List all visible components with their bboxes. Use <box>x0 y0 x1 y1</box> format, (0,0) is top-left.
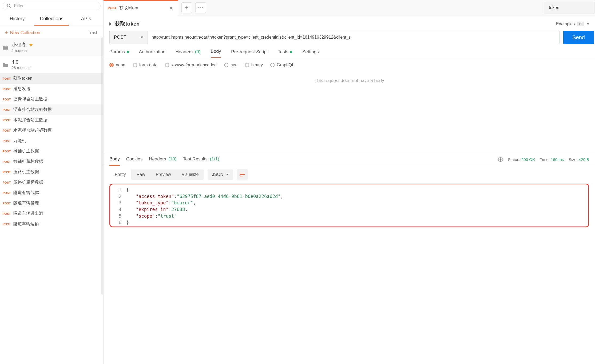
request-name: 获取token <box>115 20 140 27</box>
scrollbar[interactable] <box>101 37 103 295</box>
request-item[interactable]: POST获取token <box>0 73 103 84</box>
tab-method-badge: POST <box>108 6 117 10</box>
request-method-badge: POST <box>3 129 12 132</box>
send-button[interactable]: Send <box>563 31 594 44</box>
response-tab-headers[interactable]: Headers (10) <box>149 153 176 166</box>
examples-count: 0 <box>577 22 584 26</box>
size-label: Size: <box>569 157 577 162</box>
view-visualize[interactable]: Visualize <box>176 169 204 180</box>
tab-options-button[interactable]: ⋯ <box>195 2 206 13</box>
http-method-label: POST <box>114 35 126 40</box>
new-collection-button[interactable]: + New Collection <box>5 30 40 36</box>
request-title: 万能机 <box>13 138 26 144</box>
response-tab-body[interactable]: Body <box>109 153 120 166</box>
body-type-binary[interactable]: binary <box>245 63 263 67</box>
response-tab-tests[interactable]: Test Results (1/1) <box>183 153 219 166</box>
request-method-badge: POST <box>3 98 12 101</box>
request-item[interactable]: POST隧道有害气体 <box>0 188 103 198</box>
radio-icon <box>165 63 169 67</box>
body-type-raw[interactable]: raw <box>224 63 237 67</box>
tab-prerequest[interactable]: Pre-request Script <box>231 49 268 58</box>
request-method-badge: POST <box>3 171 12 174</box>
http-method-selector[interactable]: POST <box>109 31 148 44</box>
chevron-down-icon: ▾ <box>587 21 589 26</box>
request-item[interactable]: POST摊铺机主数据 <box>0 146 103 156</box>
request-title: 水泥拌合站主数据 <box>13 117 47 123</box>
request-item[interactable]: POST消息发送 <box>0 84 103 94</box>
request-method-badge: POST <box>3 202 12 205</box>
response-tabs-row: Body Cookies Headers (10) Test Results (… <box>104 153 595 166</box>
url-input[interactable] <box>148 31 560 44</box>
tab-title: 获取token <box>119 5 169 11</box>
tab-authorization[interactable]: Authorization <box>139 49 165 58</box>
collection-header[interactable]: 小程序★ 1 request <box>0 38 103 56</box>
tab-history[interactable]: History <box>0 12 34 26</box>
tab-tests[interactable]: Tests <box>278 49 292 58</box>
view-pretty[interactable]: Pretty <box>109 169 131 180</box>
request-method-badge: POST <box>3 77 12 80</box>
tab-headers[interactable]: Headers (9) <box>176 49 201 58</box>
request-title: 沥青拌合站超标数据 <box>13 107 52 112</box>
format-label: JSON <box>212 172 223 177</box>
request-item[interactable]: POST沥青拌合站主数据 <box>0 94 103 104</box>
new-tab-button[interactable]: + <box>181 2 192 13</box>
radio-icon <box>245 63 249 67</box>
body-empty-message: This request does not have a body <box>104 72 595 153</box>
environment-name: token <box>549 5 559 10</box>
response-tab-cookies[interactable]: Cookies <box>126 153 142 166</box>
request-item[interactable]: POST万能机 <box>0 136 103 146</box>
radio-icon <box>270 63 275 67</box>
request-title: 隧道有害气体 <box>13 190 39 196</box>
trash-link[interactable]: Trash <box>88 30 98 35</box>
request-item[interactable]: POST隧道车辆管理 <box>0 198 103 208</box>
tab-body[interactable]: Body <box>211 49 221 58</box>
chevron-down-icon <box>141 37 143 38</box>
view-preview[interactable]: Preview <box>150 169 176 180</box>
examples-label: Examples <box>556 22 575 26</box>
request-method-badge: POST <box>3 87 12 91</box>
request-item[interactable]: POST水泥拌合站超标数据 <box>0 125 103 136</box>
globe-icon[interactable] <box>498 157 503 162</box>
collection-name: 4.0 <box>12 59 18 65</box>
tab-apis[interactable]: APIs <box>69 12 103 26</box>
sidebar: History Collections APIs + New Collectio… <box>0 0 104 364</box>
close-icon[interactable]: × <box>168 5 174 11</box>
collapse-caret-icon[interactable] <box>109 22 112 26</box>
body-type-graphql[interactable]: GraphQL <box>270 63 294 67</box>
collection-header[interactable]: 4.0 28 requests <box>0 56 103 73</box>
collection-name: 小程序 <box>12 42 26 48</box>
tests-dot-icon <box>290 51 292 53</box>
request-item[interactable]: POST隧道车辆进出洞 <box>0 208 103 219</box>
svg-line-1 <box>10 6 11 8</box>
request-item[interactable]: POST摊铺机超标数据 <box>0 156 103 167</box>
examples-dropdown[interactable]: Examples 0 ▾ <box>556 21 589 26</box>
request-tab[interactable]: POST 获取token × <box>104 0 178 15</box>
request-title: 隧道车辆进出洞 <box>13 211 43 216</box>
request-item[interactable]: POST水泥拌合站主数据 <box>0 115 103 125</box>
tab-params[interactable]: Params <box>109 49 129 58</box>
wrap-lines-button[interactable] <box>237 169 248 180</box>
body-type-none[interactable]: none <box>109 63 125 67</box>
filter-input[interactable] <box>14 3 97 8</box>
request-item[interactable]: POST隧道车辆运输 <box>0 219 103 229</box>
filter-search[interactable] <box>3 2 101 10</box>
star-icon: ★ <box>29 42 33 48</box>
response-body-code[interactable]: 1{2"access_token": "62975f87-aed0-44d6-9… <box>109 184 589 227</box>
format-selector[interactable]: JSON <box>208 169 233 180</box>
request-method-badge: POST <box>3 108 12 111</box>
tab-settings[interactable]: Settings <box>302 49 319 58</box>
search-icon <box>7 3 11 8</box>
view-raw[interactable]: Raw <box>131 169 150 180</box>
tab-collections[interactable]: Collections <box>34 12 69 26</box>
request-title: 压路机主数据 <box>13 169 39 175</box>
body-type-formdata[interactable]: form-data <box>133 63 157 67</box>
body-type-urlencoded[interactable]: x-www-form-urlencoded <box>165 63 217 67</box>
params-dot-icon <box>127 51 129 53</box>
request-item[interactable]: POST压路机超标数据 <box>0 177 103 188</box>
radio-icon <box>109 63 114 67</box>
request-method-badge: POST <box>3 160 12 163</box>
environment-selector[interactable]: token <box>544 2 594 14</box>
request-item[interactable]: POST压路机主数据 <box>0 167 103 177</box>
response-view-row: Pretty Raw Preview Visualize JSON <box>104 166 595 183</box>
request-item[interactable]: POST沥青拌合站超标数据 <box>0 104 103 115</box>
